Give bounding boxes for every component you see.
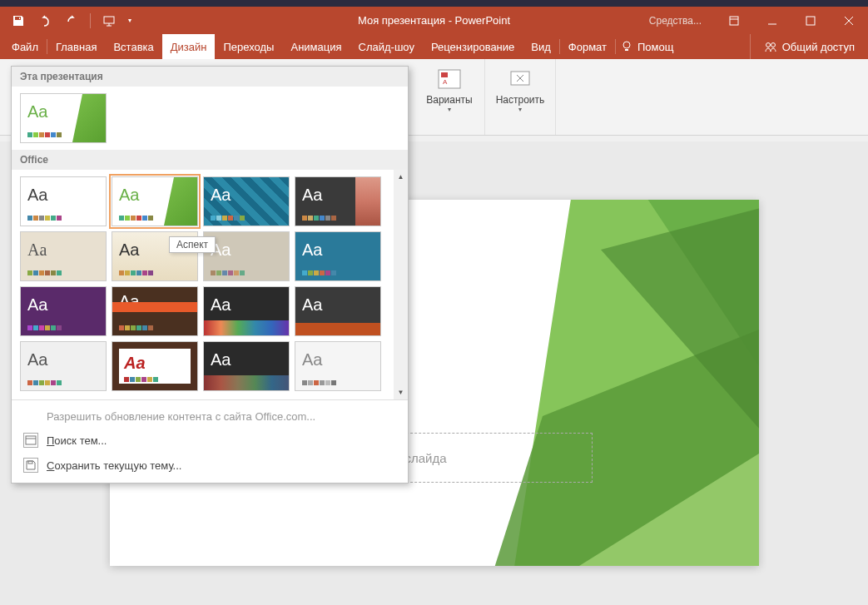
svg-rect-20 (28, 461, 32, 464)
svg-text:A: A (443, 78, 448, 86)
enable-office-content-link[interactable]: Разрешить обновление контента с сайта Of… (12, 405, 408, 428)
quick-access-toolbar: ▾ (0, 9, 136, 32)
svg-rect-18 (26, 436, 36, 444)
window-title: Моя презентация - PowerPoint (358, 14, 510, 27)
svg-rect-1 (730, 17, 738, 25)
theme-wisp[interactable]: Aa (203, 231, 290, 281)
customize-icon (507, 66, 533, 92)
tab-design[interactable]: Дизайн (162, 34, 216, 59)
variants-icon: A (436, 66, 463, 92)
theme-ion-boardroom[interactable]: Aa (295, 231, 381, 281)
ribbon-display-options-button[interactable] (715, 7, 753, 34)
theme-droplet[interactable]: Aa (295, 341, 381, 391)
theme-crop[interactable]: Aa (20, 341, 107, 391)
maximize-button[interactable] (791, 7, 830, 34)
save-theme-icon (23, 458, 38, 473)
save-button[interactable] (7, 9, 30, 32)
theme-view[interactable]: Aa (295, 286, 381, 336)
chevron-down-icon: ▾ (448, 106, 451, 113)
theme-mesh[interactable]: Aa (203, 341, 290, 391)
customize-button[interactable]: Настроить ▾ (492, 62, 548, 117)
close-button[interactable] (830, 7, 868, 34)
svg-rect-0 (104, 17, 114, 23)
share-icon (764, 40, 777, 53)
tab-file[interactable]: Файл (3, 34, 47, 59)
qat-customize-button[interactable]: ▾ (124, 9, 136, 32)
tab-home[interactable]: Главная (47, 34, 105, 59)
browse-themes-item[interactable]: Поиск тем... (12, 428, 408, 453)
ribbon-tabs: Файл Главная Вставка Дизайн Переходы Ани… (0, 34, 868, 59)
title-bar: ▾ Моя презентация - PowerPoint Средства.… (0, 7, 868, 34)
theme-ion[interactable]: Aa (20, 286, 107, 336)
facet-theme-background (476, 200, 759, 566)
slideshow-from-start-button[interactable] (97, 9, 121, 32)
theme-retrospect[interactable]: Aa (295, 176, 381, 226)
themes-gallery-dropdown: Эта презентация Aa Office Aa Aa Aa Aa Aa… (11, 66, 409, 484)
theme-office[interactable]: Aa (20, 176, 107, 226)
theme-organic[interactable]: Aa (20, 231, 107, 281)
tell-me-help[interactable]: Помощ (621, 34, 673, 59)
contextual-tools-label: Средства... (636, 15, 715, 27)
variants-button[interactable]: A Варианты ▾ (421, 62, 478, 117)
themes-scrollbar[interactable]: ▲ ▼ (394, 170, 408, 399)
undo-button[interactable] (33, 9, 57, 32)
share-button[interactable]: Общий доступ (750, 34, 868, 59)
section-this-presentation: Эта презентация (12, 67, 408, 87)
bulb-icon (621, 40, 632, 54)
theme-parcel[interactable]: Aa (112, 286, 198, 336)
theme-tooltip: Аспект (169, 236, 216, 253)
tab-insert[interactable]: Вставка (105, 34, 161, 59)
theme-current-facet[interactable]: Aa (20, 93, 107, 143)
scroll-down-button[interactable]: ▼ (394, 385, 408, 399)
theme-basis[interactable]: Aa (203, 286, 290, 336)
tab-transitions[interactable]: Переходы (215, 34, 282, 59)
svg-point-6 (623, 42, 630, 48)
tab-slideshow[interactable]: Слайд-шоу (350, 34, 423, 59)
tab-view[interactable]: Вид (523, 34, 559, 59)
svg-rect-10 (441, 72, 448, 77)
tab-format[interactable]: Формат (560, 34, 615, 59)
svg-point-8 (771, 43, 775, 47)
section-office: Office (12, 150, 408, 170)
browse-icon (23, 433, 38, 448)
scroll-up-button[interactable]: ▲ (394, 170, 408, 184)
tab-animations[interactable]: Анимация (282, 34, 350, 59)
theme-facet[interactable]: Aa (112, 176, 198, 226)
theme-frame[interactable]: Aa (112, 341, 198, 391)
theme-integral[interactable]: Aa (203, 176, 290, 226)
chevron-down-icon: ▾ (518, 106, 522, 113)
minimize-button[interactable] (753, 7, 791, 34)
svg-point-7 (766, 43, 770, 47)
svg-rect-3 (806, 17, 815, 25)
redo-button[interactable] (60, 9, 83, 32)
save-current-theme-item[interactable]: Сохранить текущую тему... (12, 453, 408, 478)
tab-review[interactable]: Рецензирование (423, 34, 523, 59)
